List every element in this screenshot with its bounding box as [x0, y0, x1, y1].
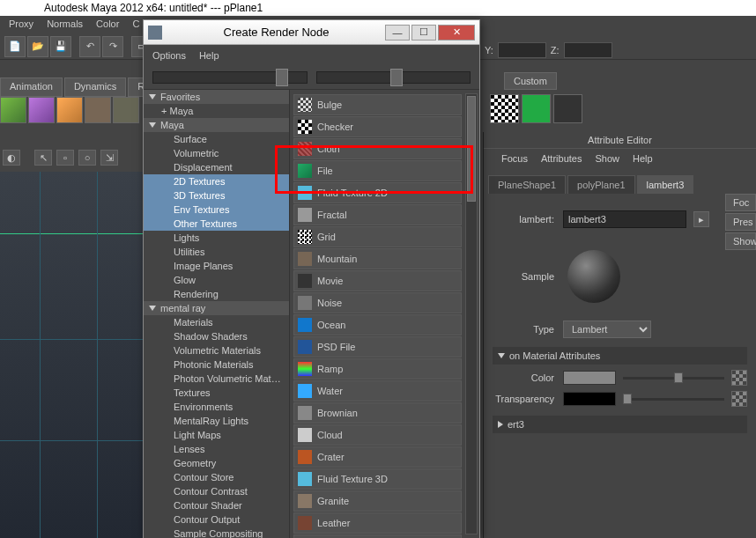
transparency-swatch[interactable]: [563, 392, 616, 406]
node-cloth[interactable]: Cloth: [293, 138, 462, 159]
tree-rendering[interactable]: Rendering: [144, 287, 289, 301]
right-slider[interactable]: [316, 71, 471, 84]
dialog-scrollbar[interactable]: [465, 93, 478, 534]
type-select[interactable]: Lambert: [563, 321, 651, 338]
lambert-nav-icon[interactable]: ▸: [693, 211, 709, 227]
shelf-cube3-icon[interactable]: [56, 97, 83, 123]
tree-favorites[interactable]: Favorites: [144, 90, 289, 104]
tree-contour-output[interactable]: Contour Output: [144, 512, 289, 527]
tree-image-planes[interactable]: Image Planes: [144, 259, 289, 273]
vp-circle-icon[interactable]: ○: [78, 150, 96, 166]
tree-geometry[interactable]: Geometry: [144, 456, 289, 470]
transparency-slider[interactable]: [623, 398, 724, 401]
left-slider[interactable]: [152, 71, 308, 84]
node-cloud[interactable]: Cloud: [293, 424, 462, 446]
attr-preset-button[interactable]: Pres: [725, 213, 756, 231]
menu-c[interactable]: C: [132, 18, 139, 31]
tree-materials[interactable]: Materials: [144, 315, 289, 329]
tree-maya-plus[interactable]: + Maya: [144, 104, 289, 118]
coord-y-input[interactable]: [498, 42, 546, 58]
menu-proxy[interactable]: Proxy: [9, 18, 33, 31]
attr-tab-planeshape[interactable]: PlaneShape1: [488, 175, 566, 194]
node-file[interactable]: File: [293, 160, 462, 181]
tool-open-icon[interactable]: 📂: [27, 36, 48, 57]
shelf-checker-icon[interactable]: [490, 94, 519, 123]
shelf-cursor-icon[interactable]: [113, 97, 139, 123]
tree-shadow-shaders[interactable]: Shadow Shaders: [144, 329, 289, 343]
vp-btn1-icon[interactable]: ◐: [3, 150, 20, 166]
close-button[interactable]: ✕: [438, 25, 475, 41]
tab-dynamics[interactable]: Dynamics: [64, 77, 126, 97]
viewport[interactable]: [0, 172, 145, 538]
tree-displacement[interactable]: Displacement: [144, 160, 289, 174]
tree-photonic-materials[interactable]: Photonic Materials: [144, 357, 289, 372]
node-brownian[interactable]: Brownian: [293, 402, 462, 424]
color-map-button[interactable]: [731, 370, 747, 386]
tree-lenses[interactable]: Lenses: [144, 442, 289, 456]
node-psd[interactable]: PSD File: [293, 336, 462, 357]
node-leather[interactable]: Leather: [293, 512, 462, 534]
shelf-cube-icon[interactable]: [0, 97, 26, 123]
tree-light-maps[interactable]: Light Maps: [144, 428, 289, 442]
vp-cursor-icon[interactable]: ↖: [34, 150, 52, 166]
tree-volumetric-materials[interactable]: Volumetric Materials: [144, 343, 289, 357]
attr-menu-show[interactable]: Show: [595, 153, 619, 164]
node-water[interactable]: Water: [293, 380, 462, 402]
tab-animation[interactable]: Animation: [0, 77, 63, 97]
attr-tab-lambert[interactable]: lambert3: [637, 175, 694, 194]
node-ocean[interactable]: Ocean: [293, 314, 462, 335]
dialog-menu-options[interactable]: Options: [152, 50, 186, 61]
tree-2d-textures[interactable]: 2D Textures: [144, 174, 289, 188]
node-grid[interactable]: Grid: [293, 226, 462, 247]
menu-normals[interactable]: Normals: [47, 18, 83, 31]
node-fluid2d[interactable]: Fluid Texture 2D: [293, 182, 462, 203]
attr-show-button[interactable]: Show: [725, 232, 756, 250]
tree-sample-compositing[interactable]: Sample Compositing: [144, 527, 289, 538]
tool-new-icon[interactable]: 📄: [4, 36, 26, 57]
coord-z-input[interactable]: [564, 42, 612, 58]
node-fractal[interactable]: Fractal: [293, 204, 462, 225]
menu-color[interactable]: Color: [96, 18, 119, 31]
tree-utilities[interactable]: Utilities: [144, 245, 289, 259]
color-swatch[interactable]: [563, 371, 616, 385]
vp-cube-icon[interactable]: ▫: [56, 150, 74, 166]
tree-contour-contrast[interactable]: Contour Contrast: [144, 484, 289, 498]
node-noise[interactable]: Noise: [293, 292, 462, 313]
tree-3d-textures[interactable]: 3D Textures: [144, 188, 289, 203]
node-fluid3d[interactable]: Fluid Texture 3D: [293, 468, 462, 490]
attr-menu-attributes[interactable]: Attributes: [541, 153, 582, 164]
tree-photon-volumetric[interactable]: Photon Volumetric Materi...: [144, 372, 289, 386]
tree-glow[interactable]: Glow: [144, 273, 289, 287]
section-material-attrs[interactable]: on Material Attributes: [493, 347, 747, 365]
tree-contour-store[interactable]: Contour Store: [144, 470, 289, 484]
minimize-button[interactable]: —: [385, 25, 410, 41]
maximize-button[interactable]: ☐: [411, 25, 436, 41]
node-mountain[interactable]: Mountain: [293, 248, 462, 269]
node-ramp[interactable]: Ramp: [293, 358, 462, 380]
node-bulge[interactable]: Bulge: [293, 94, 462, 115]
shelf-cube4-icon[interactable]: [85, 97, 111, 123]
tree-volumetric[interactable]: Volumetric: [144, 146, 289, 160]
shelf-cube2-icon[interactable]: [28, 97, 55, 123]
dialog-titlebar[interactable]: Create Render Node — ☐ ✕: [144, 20, 479, 45]
tree-maya[interactable]: Maya: [144, 118, 289, 132]
node-granite[interactable]: Granite: [293, 490, 462, 512]
section-ert[interactable]: ert3: [493, 416, 747, 433]
transparency-map-button[interactable]: [731, 391, 747, 407]
lambert-name-input[interactable]: [563, 210, 686, 228]
node-checker[interactable]: Checker: [293, 116, 462, 137]
node-crater[interactable]: Crater: [293, 446, 462, 468]
node-movie[interactable]: Movie: [293, 270, 462, 291]
tree-lights[interactable]: Lights: [144, 231, 289, 245]
attr-menu-focus[interactable]: Focus: [501, 153, 528, 164]
tree-textures[interactable]: Textures: [144, 386, 289, 400]
vp-share-icon[interactable]: ⇲: [100, 150, 118, 166]
attr-tab-polyplane[interactable]: polyPlane1: [567, 175, 634, 194]
attr-focus-button[interactable]: Foc: [725, 194, 756, 211]
tool-save-icon[interactable]: 💾: [50, 36, 71, 57]
tree-surface[interactable]: Surface: [144, 132, 289, 146]
tree-contour-shader[interactable]: Contour Shader: [144, 498, 289, 512]
tree-mentalray-lights[interactable]: MentalRay Lights: [144, 414, 289, 428]
tool-redo-icon[interactable]: ↷: [102, 36, 123, 57]
node-marble[interactable]: Marble: [293, 534, 462, 538]
